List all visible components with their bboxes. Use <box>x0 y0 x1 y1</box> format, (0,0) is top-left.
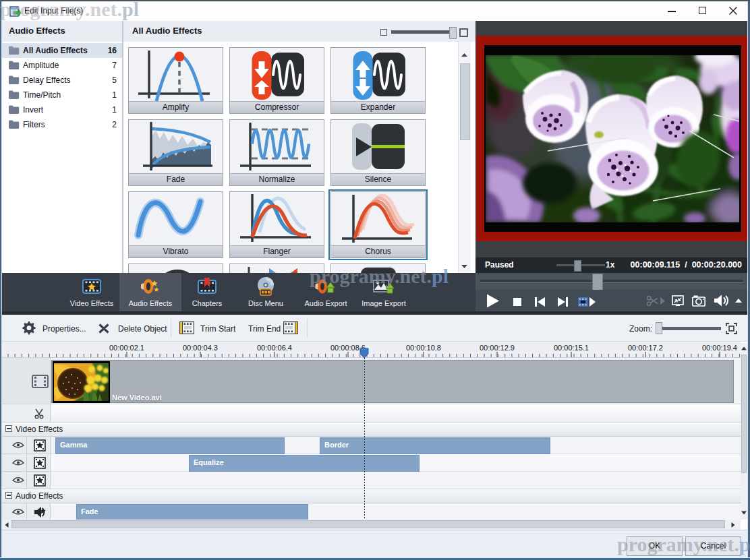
svg-text:00:00:06.4: 00:00:06.4 <box>257 344 292 352</box>
svg-text:00:00:02.1: 00:00:02.1 <box>109 344 144 352</box>
svg-text:00:00:17.2: 00:00:17.2 <box>628 344 663 352</box>
svg-text:00:00:19.4: 00:00:19.4 <box>702 344 737 352</box>
svg-text:00:00:12.9: 00:00:12.9 <box>480 344 515 352</box>
svg-text:00:00:04.3: 00:00:04.3 <box>183 344 218 352</box>
svg-text:00:00:10.8: 00:00:10.8 <box>406 344 441 352</box>
svg-text:00:00:15.1: 00:00:15.1 <box>554 344 589 352</box>
